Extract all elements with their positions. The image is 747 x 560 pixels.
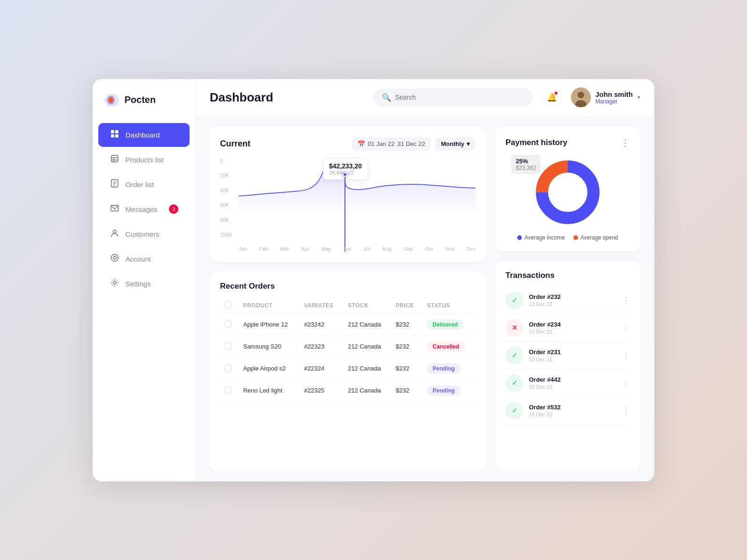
user-area[interactable]: John smith Manager ▾ — [571, 87, 640, 107]
orders-card: Recent Orders PRODUCT VARIATES STOCK PRI… — [210, 271, 486, 471]
svg-point-18 — [113, 256, 116, 259]
period-chevron-icon: ▾ — [467, 140, 470, 147]
sidebar-item-settings[interactable]: Settings — [98, 272, 190, 296]
spend-label: Average spend — [580, 234, 618, 241]
payment-card: Payment history ⋮ 25% $23,382 — [495, 127, 640, 251]
search-input[interactable] — [395, 94, 524, 101]
list-item: ✓ Order #442 16 Dec 22 ⋮ — [505, 370, 630, 397]
transaction-more-button[interactable]: ⋮ — [622, 295, 630, 305]
row-stock: 212 Canada — [343, 335, 391, 357]
row-product: Apple iPhone 12 — [238, 313, 299, 335]
notification-button[interactable]: 🔔 — [542, 87, 562, 107]
payment-title: Payment history — [505, 138, 621, 147]
legend-income: Average income — [517, 234, 565, 241]
table-row: Samsung S20 #22323 212 Canada $232 Cance… — [220, 335, 476, 357]
tooltip-amt: $23,382 — [516, 165, 536, 171]
list-item: ✓ Order #532 18 Dec 22 ⋮ — [505, 397, 630, 425]
transactions-title: Transactions — [505, 271, 630, 280]
row-status: Pending — [422, 379, 476, 401]
date-start: 01 Jan 22 — [368, 140, 395, 147]
chart-title: Current — [220, 139, 347, 149]
chevron-down-icon: ▾ — [637, 94, 640, 101]
col-price: PRICE — [391, 298, 423, 314]
transaction-more-button[interactable]: ⋮ — [622, 323, 630, 333]
svg-rect-5 — [111, 134, 114, 138]
transaction-name: Order #234 — [529, 321, 616, 328]
row-stock: 212 Canada — [343, 357, 391, 379]
payment-more-button[interactable]: ⋮ — [621, 137, 630, 148]
col-product: PRODUCT — [238, 298, 299, 314]
svg-point-25 — [549, 174, 586, 211]
transaction-name: Order #232 — [529, 293, 616, 300]
income-label: Average income — [524, 234, 565, 241]
nav-label-messages: Messages — [125, 205, 157, 213]
period-select[interactable]: Monthly ▾ — [435, 137, 476, 151]
table-row: Apple iPhone 12 #23242 212 Canada $232 D… — [220, 313, 476, 335]
products-icon — [110, 154, 120, 166]
row-checkbox[interactable] — [220, 379, 238, 401]
svg-point-19 — [113, 281, 116, 284]
transaction-more-button[interactable]: ⋮ — [622, 406, 630, 416]
sidebar-item-messages[interactable]: Messages 3 — [98, 197, 190, 221]
transaction-date: 16 Dec 22 — [529, 384, 616, 390]
user-name: John smith — [595, 90, 633, 98]
row-checkbox[interactable] — [220, 313, 238, 335]
row-variate: #22324 — [300, 357, 344, 379]
tooltip-line — [344, 174, 345, 252]
row-variate: #22323 — [300, 335, 344, 357]
success-icon: ✓ — [512, 378, 518, 387]
legend-spend: Average spend — [573, 234, 618, 241]
left-panel: Current 📅 01 Jan 22 31 Dec 22 Monthly ▾ — [210, 127, 486, 471]
row-checkbox[interactable] — [220, 335, 238, 357]
sidebar-item-orders[interactable]: Order list — [98, 173, 190, 196]
sidebar-item-dashboard[interactable]: Dashboard — [98, 123, 190, 147]
header: Dashboard 🔍 🔔 John smith — [196, 79, 654, 116]
search-bar[interactable]: 🔍 — [374, 88, 533, 107]
svg-point-21 — [578, 92, 584, 98]
transaction-info: Order #532 18 Dec 22 — [529, 404, 616, 417]
y-axis-labels: 100K 80K 60K 40K 20K 0 — [220, 158, 232, 238]
transaction-icon: ✓ — [505, 402, 523, 420]
income-dot — [517, 235, 522, 240]
sidebar-item-customers[interactable]: Customers — [98, 222, 190, 246]
col-checkbox — [220, 298, 238, 314]
search-icon: 🔍 — [382, 93, 391, 102]
logo-icon — [104, 92, 120, 108]
col-variates: VARIATES — [300, 298, 344, 314]
orders-icon — [110, 179, 120, 190]
nav-label-customers: Customers — [125, 230, 160, 238]
transaction-name: Order #231 — [529, 349, 616, 356]
status-badge: Pending — [427, 364, 460, 374]
transaction-info: Order #234 14 Dec 22 — [529, 321, 616, 335]
transactions-card: Transactions ✓ Order #232 13 Dec 22 ⋮ ✕ … — [495, 261, 640, 471]
row-status: Cancelled — [422, 335, 476, 357]
messages-icon — [110, 204, 120, 215]
nav-label-settings: Settings — [125, 280, 151, 288]
svg-rect-7 — [111, 155, 118, 162]
settings-icon — [110, 278, 120, 290]
logo-area: Pocten — [93, 92, 195, 122]
donut-legend: Average income Average spend — [505, 234, 630, 241]
row-variate: #23242 — [300, 313, 344, 335]
sidebar-item-products[interactable]: Products list — [98, 148, 190, 172]
chart-area: 100K 80K 60K 40K 20K 0 — [220, 158, 476, 252]
status-badge: Delivered — [427, 320, 463, 330]
svg-rect-4 — [115, 130, 118, 133]
sidebar-item-account[interactable]: Account — [98, 247, 190, 271]
calendar-icon: 📅 — [358, 140, 365, 147]
row-checkbox[interactable] — [220, 357, 238, 379]
transaction-more-button[interactable]: ⋮ — [622, 350, 630, 361]
row-status: Delivered — [422, 313, 476, 335]
transaction-icon: ✓ — [505, 374, 523, 392]
status-badge: Pending — [427, 385, 460, 396]
row-status: Pending — [422, 357, 476, 379]
transaction-more-button[interactable]: ⋮ — [622, 378, 630, 388]
row-product: Reno Led light — [238, 379, 299, 401]
avatar — [571, 87, 591, 107]
transaction-info: Order #442 16 Dec 22 — [529, 376, 616, 390]
success-icon: ✓ — [512, 296, 518, 305]
transaction-date: 18 Dec 22 — [529, 412, 616, 417]
tooltip-dot — [343, 172, 347, 177]
transactions-list: ✓ Order #232 13 Dec 22 ⋮ ✕ Order #234 14… — [505, 287, 630, 425]
date-range-badge[interactable]: 📅 01 Jan 22 31 Dec 22 — [352, 137, 431, 151]
